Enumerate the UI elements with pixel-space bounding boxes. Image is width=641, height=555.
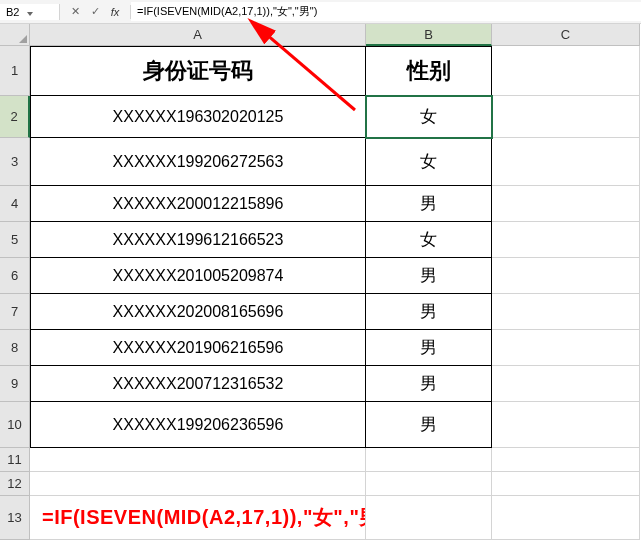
cell-A11[interactable] bbox=[30, 448, 366, 472]
table-row: 10 XXXXXX199206236596 男 bbox=[0, 402, 641, 448]
cell-B9[interactable]: 男 bbox=[366, 366, 492, 402]
column-header-C[interactable]: C bbox=[492, 24, 640, 46]
row-header-9[interactable]: 9 bbox=[0, 366, 30, 402]
row-header-11[interactable]: 11 bbox=[0, 448, 30, 472]
row-header-10[interactable]: 10 bbox=[0, 402, 30, 448]
cell-B10[interactable]: 男 bbox=[366, 402, 492, 448]
cell-B2[interactable]: 女 bbox=[366, 96, 492, 138]
table-row: 1 身份证号码 性别 bbox=[0, 46, 641, 96]
cell-B8[interactable]: 男 bbox=[366, 330, 492, 366]
cell-A4[interactable]: XXXXXX200012215896 bbox=[30, 186, 366, 222]
cell-A6[interactable]: XXXXXX201005209874 bbox=[30, 258, 366, 294]
column-headers: A B C bbox=[30, 24, 641, 46]
cell-B11[interactable] bbox=[366, 448, 492, 472]
table-row: 3 XXXXXX199206272563 女 bbox=[0, 138, 641, 186]
name-box-dropdown-icon[interactable] bbox=[27, 12, 33, 16]
formula-bar: B2 ✕ ✓ fx =IF(ISEVEN(MID(A2,17,1)),"女","… bbox=[0, 0, 641, 24]
cell-A13[interactable]: =IF(ISEVEN(MID(A2,17,1)),"女","男") bbox=[30, 496, 366, 540]
table-row: 13 =IF(ISEVEN(MID(A2,17,1)),"女","男") bbox=[0, 496, 641, 540]
cell-A5[interactable]: XXXXXX199612166523 bbox=[30, 222, 366, 258]
cell-C5[interactable] bbox=[492, 222, 640, 258]
table-row: 2 XXXXXX196302020125 女 bbox=[0, 96, 641, 138]
table-row: 8 XXXXXX201906216596 男 bbox=[0, 330, 641, 366]
table-row: 7 XXXXXX202008165696 男 bbox=[0, 294, 641, 330]
row-header-13[interactable]: 13 bbox=[0, 496, 30, 540]
row-header-6[interactable]: 6 bbox=[0, 258, 30, 294]
row-header-2[interactable]: 2 bbox=[0, 96, 30, 138]
row-header-5[interactable]: 5 bbox=[0, 222, 30, 258]
cell-A7[interactable]: XXXXXX202008165696 bbox=[30, 294, 366, 330]
column-header-A[interactable]: A bbox=[30, 24, 366, 46]
cell-C2[interactable] bbox=[492, 96, 640, 138]
row-header-12[interactable]: 12 bbox=[0, 472, 30, 496]
cell-A10[interactable]: XXXXXX199206236596 bbox=[30, 402, 366, 448]
row-header-1[interactable]: 1 bbox=[0, 46, 30, 96]
cell-A3[interactable]: XXXXXX199206272563 bbox=[30, 138, 366, 186]
cell-B7[interactable]: 男 bbox=[366, 294, 492, 330]
column-header-B[interactable]: B bbox=[366, 24, 492, 46]
cell-C13[interactable] bbox=[492, 496, 640, 540]
grid-rows: 1 身份证号码 性别 2 XXXXXX196302020125 女 3 XXXX… bbox=[0, 46, 641, 540]
cell-C9[interactable] bbox=[492, 366, 640, 402]
cell-C6[interactable] bbox=[492, 258, 640, 294]
cancel-icon[interactable]: ✕ bbox=[68, 5, 82, 19]
confirm-icon[interactable]: ✓ bbox=[88, 5, 102, 19]
cell-B3[interactable]: 女 bbox=[366, 138, 492, 186]
cell-B13[interactable] bbox=[366, 496, 492, 540]
cell-C4[interactable] bbox=[492, 186, 640, 222]
cell-B4[interactable]: 男 bbox=[366, 186, 492, 222]
row-header-8[interactable]: 8 bbox=[0, 330, 30, 366]
table-row: 5 XXXXXX199612166523 女 bbox=[0, 222, 641, 258]
row-header-3[interactable]: 3 bbox=[0, 138, 30, 186]
cell-A2[interactable]: XXXXXX196302020125 bbox=[30, 96, 366, 138]
select-all-corner[interactable] bbox=[0, 24, 30, 46]
cell-B5[interactable]: 女 bbox=[366, 222, 492, 258]
formula-bar-buttons: ✕ ✓ fx bbox=[60, 5, 131, 19]
cell-C7[interactable] bbox=[492, 294, 640, 330]
corner-triangle-icon bbox=[19, 35, 27, 43]
cell-B1[interactable]: 性别 bbox=[366, 46, 492, 96]
table-row: 9 XXXXXX200712316532 男 bbox=[0, 366, 641, 402]
table-row: 4 XXXXXX200012215896 男 bbox=[0, 186, 641, 222]
cell-C3[interactable] bbox=[492, 138, 640, 186]
cell-A1[interactable]: 身份证号码 bbox=[30, 46, 366, 96]
fx-icon[interactable]: fx bbox=[108, 5, 122, 19]
cell-C11[interactable] bbox=[492, 448, 640, 472]
cell-B6[interactable]: 男 bbox=[366, 258, 492, 294]
name-box[interactable]: B2 bbox=[0, 4, 60, 20]
cell-C10[interactable] bbox=[492, 402, 640, 448]
formula-input[interactable]: =IF(ISEVEN(MID(A2,17,1)),"女","男") bbox=[131, 2, 641, 21]
table-row: 12 bbox=[0, 472, 641, 496]
table-row: 11 bbox=[0, 448, 641, 472]
cell-A8[interactable]: XXXXXX201906216596 bbox=[30, 330, 366, 366]
sheet-area: A B C 1 身份证号码 性别 2 XXXXXX196302020125 女 … bbox=[0, 24, 641, 540]
cell-C12[interactable] bbox=[492, 472, 640, 496]
cell-A9[interactable]: XXXXXX200712316532 bbox=[30, 366, 366, 402]
table-row: 6 XXXXXX201005209874 男 bbox=[0, 258, 641, 294]
cell-C8[interactable] bbox=[492, 330, 640, 366]
cell-A12[interactable] bbox=[30, 472, 366, 496]
row-header-4[interactable]: 4 bbox=[0, 186, 30, 222]
row-header-7[interactable]: 7 bbox=[0, 294, 30, 330]
cell-reference: B2 bbox=[6, 6, 19, 18]
cell-C1[interactable] bbox=[492, 46, 640, 96]
cell-B12[interactable] bbox=[366, 472, 492, 496]
